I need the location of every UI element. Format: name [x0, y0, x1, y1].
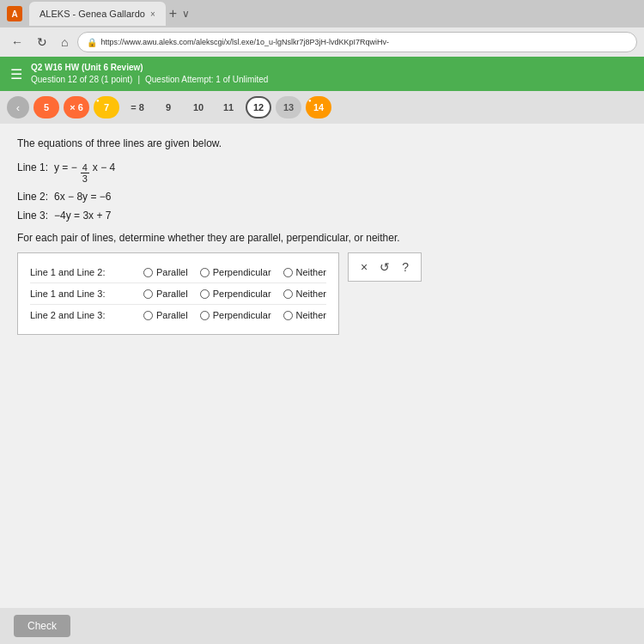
- pairs-table: Line 1 and Line 2: Parallel Perpendicula…: [17, 252, 339, 335]
- radio-group-2: Parallel Perpendicular Neither: [143, 289, 326, 299]
- line2-eq: 6x − 8y = −6: [54, 191, 111, 203]
- radio-circle-perpendicular-1: [200, 268, 210, 277]
- radio-perpendicular-3[interactable]: Perpendicular: [200, 310, 271, 320]
- question-nav-14[interactable]: ● 14: [306, 96, 331, 118]
- question-nav-10[interactable]: 10: [185, 96, 211, 118]
- tab-chevron[interactable]: ∨: [182, 8, 190, 20]
- radio-label-perpendicular-2: Perpendicular: [213, 289, 271, 299]
- bottom-bar: Check: [0, 608, 644, 644]
- undo-action-button[interactable]: ↺: [380, 260, 390, 274]
- nav-bar: ← ↻ ⌂ 🔒 https://www.awu.aleks.com/aleksc…: [0, 27, 644, 57]
- pair-label-3: Line 2 and Line 3:: [30, 310, 133, 320]
- active-tab[interactable]: ALEKS - Genea Gallardo ×: [29, 2, 166, 26]
- content-area: The equations of three lines are given b…: [0, 124, 644, 608]
- check-button[interactable]: Check: [14, 615, 70, 637]
- radio-label-parallel-3: Parallel: [156, 310, 188, 320]
- home-button[interactable]: ⌂: [57, 33, 72, 51]
- lock-icon: 🔒: [87, 38, 97, 47]
- question-nav-9[interactable]: 9: [155, 96, 181, 118]
- line2-prefix: Line 2:: [17, 191, 48, 203]
- question-nav: ‹ 5 × 6 ● 7 = 8 9 10 11 12 13 ●: [0, 91, 644, 124]
- menu-button[interactable]: ☰: [10, 66, 22, 82]
- url-bar[interactable]: 🔒 https://www.awu.aleks.com/alekscgi/x/l…: [77, 32, 637, 52]
- radio-neither-2[interactable]: Neither: [283, 289, 326, 299]
- line3-prefix: Line 3:: [17, 210, 48, 222]
- pair-label-2: Line 1 and Line 3:: [30, 289, 133, 299]
- radio-label-parallel-1: Parallel: [156, 267, 188, 277]
- header-divider: |: [137, 74, 140, 86]
- question-intro: The equations of three lines are given b…: [17, 137, 627, 149]
- pair-label-1: Line 1 and Line 2:: [30, 267, 133, 277]
- attempt-info: Question Attempt: 1 of Unlimited: [145, 74, 268, 86]
- line1-equation: Line 1: y = − 4 3 x − 4: [17, 161, 627, 184]
- new-tab-button[interactable]: +: [169, 6, 177, 21]
- tab-label: ALEKS - Genea Gallardo: [39, 9, 145, 19]
- line1-prefix: Line 1:: [17, 161, 48, 173]
- radio-circle-neither-3: [283, 311, 293, 320]
- question-nav-7[interactable]: ● 7: [94, 96, 119, 118]
- action-panel: × ↺ ?: [348, 252, 422, 282]
- radio-label-neither-2: Neither: [296, 289, 326, 299]
- radio-neither-3[interactable]: Neither: [283, 310, 326, 320]
- question-nav-11[interactable]: 11: [216, 96, 241, 118]
- line3-eq: −4y = 3x + 7: [54, 210, 111, 222]
- radio-label-perpendicular-3: Perpendicular: [213, 310, 271, 320]
- radio-neither-1[interactable]: Neither: [283, 267, 326, 277]
- question-info: Question 12 of 28 (1 point): [31, 74, 132, 86]
- hw-title: Q2 W16 HW (Unit 6 Review): [31, 62, 268, 74]
- radio-group-1: Parallel Perpendicular Neither: [143, 267, 326, 277]
- radio-label-perpendicular-1: Perpendicular: [213, 267, 271, 277]
- radio-circle-parallel-3: [143, 311, 153, 320]
- instruction-text: For each pair of lines, determine whethe…: [17, 232, 627, 244]
- radio-label-neither-1: Neither: [296, 267, 326, 277]
- radio-label-neither-3: Neither: [296, 310, 326, 320]
- radio-parallel-2[interactable]: Parallel: [143, 289, 188, 299]
- question-nav-13[interactable]: 13: [276, 96, 301, 118]
- question-nav-8[interactable]: = 8: [124, 96, 151, 118]
- help-action-button[interactable]: ?: [402, 260, 409, 274]
- close-action-button[interactable]: ×: [361, 260, 368, 274]
- question-nav-12[interactable]: 12: [246, 96, 271, 118]
- prev-question-button[interactable]: ‹: [7, 96, 29, 118]
- radio-circle-perpendicular-2: [200, 289, 210, 299]
- refresh-button[interactable]: ↻: [33, 33, 52, 51]
- radio-circle-neither-1: [283, 268, 293, 277]
- url-text: https://www.awu.aleks.com/alekscgi/x/lsl…: [100, 38, 389, 46]
- pair-row-3: Line 2 and Line 3: Parallel Perpendicula…: [30, 305, 326, 325]
- aleks-header: ☰ Q2 W16 HW (Unit 6 Review) Question 12 …: [0, 57, 644, 91]
- radio-circle-perpendicular-3: [200, 311, 210, 320]
- radio-circle-parallel-2: [143, 289, 153, 299]
- radio-parallel-3[interactable]: Parallel: [143, 310, 188, 320]
- radio-group-3: Parallel Perpendicular Neither: [143, 310, 326, 320]
- question-nav-5[interactable]: 5: [33, 96, 59, 118]
- tab-close-button[interactable]: ×: [150, 9, 155, 19]
- question-nav-6[interactable]: × 6: [64, 96, 89, 118]
- line2-equation: Line 2: 6x − 8y = −6: [17, 191, 627, 203]
- header-info: Q2 W16 HW (Unit 6 Review) Question 12 of…: [31, 62, 268, 86]
- back-button[interactable]: ←: [7, 33, 27, 51]
- line3-equation: Line 3: −4y = 3x + 7: [17, 210, 627, 222]
- radio-perpendicular-1[interactable]: Perpendicular: [200, 267, 271, 277]
- fraction-4-3: 4 3: [81, 162, 89, 184]
- browser-frame: A ALEKS - Genea Gallardo × + ∨ ← ↻ ⌂ 🔒 h…: [0, 0, 644, 644]
- pair-row-1: Line 1 and Line 2: Parallel Perpendicula…: [30, 262, 326, 283]
- radio-circle-neither-2: [283, 289, 293, 299]
- radio-parallel-1[interactable]: Parallel: [143, 267, 188, 277]
- radio-perpendicular-2[interactable]: Perpendicular: [200, 289, 271, 299]
- radio-circle-parallel-1: [143, 268, 153, 277]
- pair-row-2: Line 1 and Line 3: Parallel Perpendicula…: [30, 283, 326, 305]
- radio-label-parallel-2: Parallel: [156, 289, 188, 299]
- browser-icon: A: [7, 6, 22, 21]
- pairs-container: Line 1 and Line 2: Parallel Perpendicula…: [17, 252, 627, 335]
- tab-bar: A ALEKS - Genea Gallardo × + ∨: [0, 0, 644, 27]
